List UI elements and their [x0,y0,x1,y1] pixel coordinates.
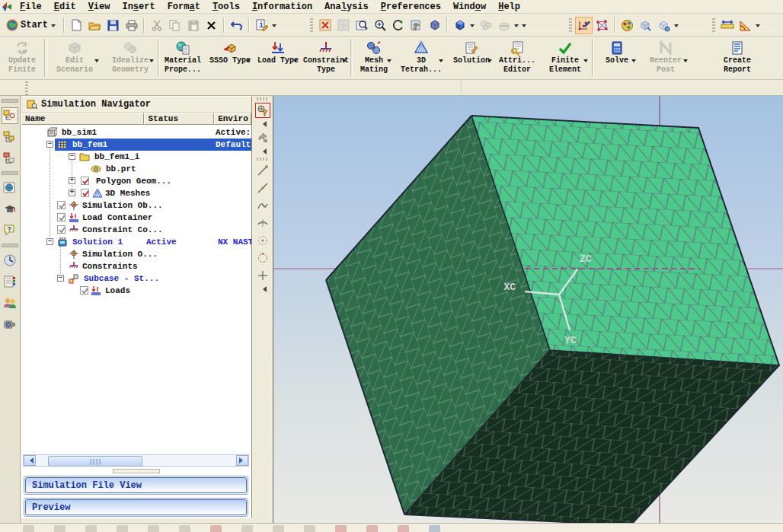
tree-row-constraint-container[interactable]: Constraint Co... [21,224,251,236]
menu-view[interactable]: View [82,1,117,13]
cut-button[interactable] [148,17,165,34]
expander-plus[interactable]: + [69,190,75,196]
tree-row-bb-prt[interactable]: bb.prt [21,163,251,175]
section-view-button[interactable] [495,17,513,34]
ssso-type-button[interactable]: SSSO Type [206,37,254,78]
3d-tetrahedral-button[interactable]: 3DTetrah... [395,37,447,78]
clipped-toolbar-icon[interactable] [54,525,66,532]
mid-point-snap-button[interactable] [255,180,270,196]
mesh-mating-button[interactable]: MeshMating [353,37,395,78]
panel-splitter-handle[interactable] [113,469,160,473]
tree-row-loads[interactable]: Loads [21,285,251,297]
menu-help[interactable]: Help [492,1,526,13]
tree-row-bb_fem1[interactable]: − bb_fem1 Default [21,139,251,151]
print-button[interactable] [123,17,140,34]
fit-view-button[interactable] [316,17,334,34]
assembly-navigator-tab[interactable] [2,150,18,167]
checkbox-checked-gray[interactable] [57,225,66,234]
clipped-toolbar-icon[interactable] [117,525,128,532]
utility-dropdown-arrow[interactable] [674,24,679,30]
menu-information[interactable]: Information [246,1,318,13]
reenter-post-button[interactable]: ReenterPost [640,37,692,78]
training-tab[interactable] [2,201,18,218]
shaded-dropdown-arrow[interactable] [470,24,475,30]
edit-scenario-button[interactable]: EditScenario [46,37,103,78]
constraint-type-dropdown[interactable] [342,59,347,65]
attribute-editor-button[interactable]: Attri...Editor [496,37,539,78]
graphics-viewport[interactable]: XC ZC YC [273,96,783,523]
clipped-toolbar-icon[interactable] [304,525,315,532]
shaded-view-button[interactable] [451,17,468,34]
scrollbar-thumb[interactable] [48,456,142,467]
menu-insert[interactable]: Insert [116,1,161,13]
measure-distance-button[interactable] [718,17,736,34]
solve-dropdown[interactable] [631,59,636,65]
clipped-toolbar-icon[interactable] [85,525,97,532]
view-toolbar-overflow-arrow[interactable] [522,24,526,30]
tree-row-subcase[interactable]: − Subcase - St... [21,272,251,285]
zoom-in-button[interactable] [371,17,388,34]
rotate-view-button[interactable] [389,17,407,34]
clipped-toolbar-icon[interactable] [23,525,34,532]
system-materials-tab[interactable] [2,316,18,333]
tree-row-load-container[interactable]: Load Container [21,212,251,224]
history-tab[interactable] [2,252,18,269]
menu-analysis[interactable]: Analysis [318,1,375,13]
edit-scenario-dropdown[interactable] [94,59,99,65]
point-constructor-snap-button[interactable] [255,268,270,283]
finite-element-check-button[interactable]: FiniteElement [539,37,592,78]
save-button[interactable] [104,17,122,34]
column-header-status[interactable]: Status [144,113,214,125]
web-browser-tab[interactable] [2,180,18,196]
mesh-point-button[interactable] [593,17,611,34]
column-header-environment[interactable]: Enviro [214,113,251,125]
simulation-navigator-tab[interactable] [2,107,18,124]
create-report-button[interactable]: CreateReport [692,37,783,78]
simulation-file-view-panel[interactable]: Simulation File View [24,476,248,495]
toolbar-expand-arrow[interactable] [260,148,267,155]
clipped-toolbar-icon[interactable] [179,525,190,532]
preview-header[interactable]: Preview [25,499,247,515]
delete-button[interactable] [203,17,220,34]
menu-tools[interactable]: Tools [206,1,246,13]
zoom-box-button[interactable] [353,17,370,34]
3d-tetrahedral-dropdown[interactable] [439,59,443,65]
checkbox-checked-gray[interactable] [57,213,66,221]
control-point-snap-button[interactable] [255,198,270,213]
load-type-dropdown[interactable] [293,59,298,65]
solution-button[interactable]: Solution [447,37,496,78]
role-palette-button[interactable] [618,17,636,34]
toolbar-expand-arrow[interactable] [260,286,267,292]
menu-window[interactable]: Window [447,1,492,13]
ssso-dropdown[interactable] [246,59,251,65]
arc-center-snap-button[interactable] [255,233,270,248]
part-navigator-tab[interactable] [2,129,18,145]
checkbox-checked-red[interactable] [81,177,89,185]
toolbar-expand-arrow[interactable] [260,121,267,127]
constraint-type-button[interactable]: ConstraintType [302,37,350,78]
tree-row-polygon-geometry[interactable]: + Polygon Geom... [21,175,251,187]
preview-panel[interactable]: Preview [24,498,248,517]
clipped-toolbar-icon[interactable] [398,525,409,532]
clipped-toolbar-icon[interactable] [335,525,347,532]
snap-settings-button[interactable] [255,130,270,145]
solution-dropdown[interactable] [487,59,492,65]
zoom-window-button[interactable] [334,17,352,34]
clipped-toolbar-icon[interactable] [148,525,159,532]
load-type-button[interactable]: Load Type [254,37,302,78]
tetra-meshed-cube[interactable] [326,116,779,523]
navigator-horizontal-scrollbar[interactable] [23,454,249,467]
idealize-dropdown[interactable] [149,59,154,65]
clipped-toolbar-icon[interactable] [366,525,378,532]
expander-minus[interactable]: − [69,153,75,160]
clipped-toolbar-icon[interactable] [241,525,253,532]
mesh-mating-dropdown[interactable] [387,59,392,65]
paste-button[interactable] [184,17,202,34]
menu-file[interactable]: File [14,1,48,13]
copy-button[interactable] [166,17,184,34]
material-properties-button[interactable]: MaterialPrope... [160,37,206,78]
clipped-toolbar-icon[interactable] [429,525,440,532]
selection-filter-button[interactable] [255,103,270,118]
checkbox-checked-gray[interactable] [57,201,66,209]
tree-row-bb_sim1[interactable]: bb_sim1 Active: [21,126,251,139]
